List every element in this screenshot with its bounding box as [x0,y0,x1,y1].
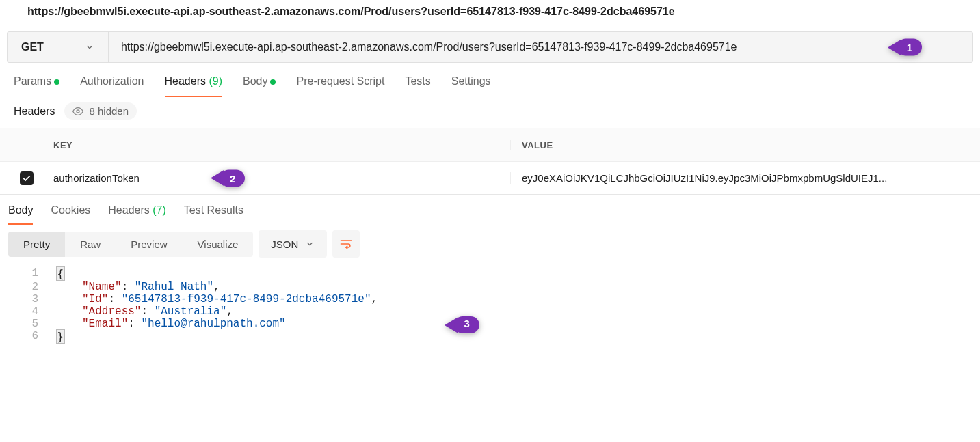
header-key-text: authorizationToken [53,172,140,184]
view-mode-segment: Pretty Raw Preview Visualize [8,232,253,257]
line-number: 6 [0,330,49,344]
column-key: KEY [53,140,510,150]
code-brace: { [56,266,66,281]
column-value: VALUE [510,140,980,150]
svg-point-0 [77,110,79,113]
response-tab-body[interactable]: Body [8,204,33,225]
header-key-cell[interactable]: authorizationToken 2 [53,172,510,184]
line-number: 3 [0,293,49,305]
status-dot-icon [270,79,276,85]
line-number: 2 [0,281,49,293]
tab-label: Params [14,75,51,87]
annotation-label: 1 [897,39,922,56]
request-tabs: Params Authorization Headers (9) Body Pr… [0,63,980,97]
tab-pre-request-script[interactable]: Pre-request Script [296,75,384,97]
hidden-count-label: 8 hidden [89,105,129,117]
line-number: 5 [0,318,49,330]
code-key: "Address" [82,305,141,318]
code-key: "Email" [82,318,128,330]
tab-authorization[interactable]: Authorization [80,75,144,97]
response-tab-test-results[interactable]: Test Results [184,204,243,225]
tab-tests[interactable]: Tests [405,75,430,97]
request-url-input[interactable] [109,41,972,53]
code-value: "hello@rahulpnath.com" [141,318,285,330]
code-value: "Rahul Nath" [135,281,213,293]
table-row[interactable]: authorizationToken 2 eyJ0eXAiOiJKV1QiLCJ… [0,161,980,194]
chevron-down-icon [305,239,315,249]
response-tabs: Body Cookies Headers (7) Test Results [0,195,980,225]
annotation-label: 3 [454,316,479,333]
code-brace: } [56,329,66,344]
tab-body[interactable]: Body [243,75,276,97]
tab-count: (7) [153,204,166,216]
format-select[interactable]: JSON [259,230,327,258]
tab-settings[interactable]: Settings [451,75,491,97]
response-tab-cookies[interactable]: Cookies [51,204,90,225]
eye-icon [72,106,83,117]
tab-count: (9) [209,75,222,87]
view-preview-button[interactable]: Preview [116,232,182,257]
headers-table: KEY VALUE authorizationToken 2 eyJ0eXAiO… [0,128,980,195]
wrap-lines-button[interactable] [332,230,360,258]
view-visualize-button[interactable]: Visualize [183,232,254,257]
view-raw-button[interactable]: Raw [65,232,116,257]
headers-title: Headers [14,105,55,118]
annotation-label: 2 [220,169,245,187]
response-tab-headers[interactable]: Headers (7) [108,204,166,225]
headers-table-header: KEY VALUE [0,128,980,161]
request-title: https://gbeebmwl5i.execute-api.ap-southe… [0,0,980,26]
code-value: "65147813-f939-417c-8499-2dcba469571e" [122,293,371,305]
tab-params[interactable]: Params [14,75,59,97]
http-method-label: GET [21,41,44,53]
code-key: "Id" [82,293,108,305]
annotation-marker-2: 2 [211,169,245,187]
headers-subheader: Headers 8 hidden [0,97,980,128]
line-number: 1 [0,267,49,281]
response-toolbar: Pretty Raw Preview Visualize JSON [0,225,980,263]
wrap-icon [339,237,353,251]
view-pretty-button[interactable]: Pretty [8,232,65,257]
annotation-marker-1: 1 [888,39,922,56]
line-number: 4 [0,305,49,318]
tab-label: Body [243,75,267,87]
response-body: 1 { 2 "Name": "Rahul Nath", 3 "Id": "651… [0,263,980,350]
row-checkbox[interactable] [20,171,34,185]
status-dot-icon [54,79,59,85]
code-value: "Australia" [155,305,227,318]
tab-label: Headers [108,204,149,216]
annotation-marker-3: 3 [445,316,479,333]
tab-headers[interactable]: Headers (9) [165,75,223,97]
request-url-bar: GET 1 [7,31,973,63]
http-method-select[interactable]: GET [8,32,109,62]
code-key: "Name" [82,281,122,293]
chevron-down-icon [85,42,94,52]
hidden-headers-toggle[interactable]: 8 hidden [64,102,137,120]
tab-label: Headers [165,75,206,87]
header-value-cell[interactable]: eyJ0eXAiOiJKV1QiLCJhbGciOiJIUzI1NiJ9.eyJ… [510,172,980,184]
format-label: JSON [271,238,298,250]
